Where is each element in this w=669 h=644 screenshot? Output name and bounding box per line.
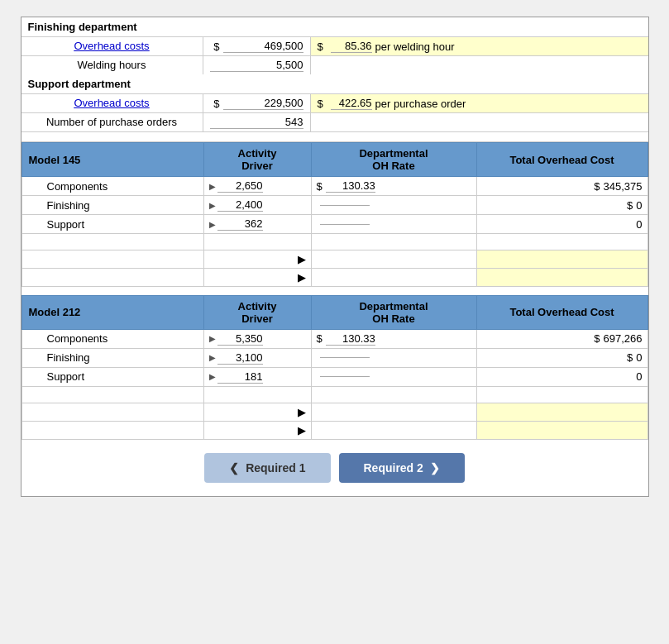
- model-212-col-oh: DepartmentalOH Rate: [311, 295, 476, 329]
- model-145-empty-1: [22, 234, 647, 250]
- purchase-orders-label: Number of purchase orders: [22, 113, 203, 131]
- model-145-finishing-total: $ 0: [476, 196, 647, 215]
- model-212-finishing-total: $ 0: [476, 348, 647, 367]
- model-212-table: Model 212 ActivityDriver DepartmentalOH …: [22, 295, 648, 440]
- model-145-header: Model 145 ActivityDriver DepartmentalOH …: [22, 143, 647, 177]
- model-145-empty-2: ▶: [22, 250, 647, 269]
- welding-hours-empty: [311, 56, 648, 74]
- support-overhead-row: Overhead costs $ 229,500 $ 422.65 per pu…: [22, 93, 648, 112]
- model-145-components-label: Components: [22, 177, 203, 196]
- finishing-dept-header: Finishing department: [22, 17, 648, 36]
- model-212-finishing-driver: ▶ 3,100: [203, 348, 311, 367]
- model-145-finishing-label: Finishing: [22, 196, 203, 215]
- model-212-finishing-row: Finishing ▶ 3,100: [22, 348, 647, 367]
- spacer-1: [22, 131, 648, 141]
- model-145-empty-3: ▶: [22, 269, 647, 287]
- support-dept-label: Support department: [28, 78, 131, 90]
- model-212-support-rate: [311, 367, 476, 386]
- model-212-support-label: Support: [22, 367, 203, 386]
- model-212-empty-3: ▶: [22, 421, 647, 439]
- model-145-spacer: [22, 287, 647, 295]
- model-212-support-driver: ▶ 181: [203, 367, 311, 386]
- model-145-table: Model 145 ActivityDriver DepartmentalOH …: [22, 142, 648, 295]
- model-145-finishing-driver: ▶ 2,400: [203, 196, 311, 215]
- model-212-components-row: Components ▶ 5,350 $ 130.33: [22, 329, 647, 348]
- next-button-label: Required 2: [364, 461, 423, 475]
- model-145-finishing-rate: [311, 196, 476, 215]
- purchase-orders-value: 543: [203, 113, 311, 131]
- model-212-components-rate: $ 130.33: [311, 329, 476, 348]
- model-145-support-rate: [311, 215, 476, 234]
- next-button[interactable]: Required 2 ❯: [339, 453, 465, 483]
- prev-button-label: Required 1: [246, 461, 305, 475]
- next-arrow-icon: ❯: [430, 461, 440, 475]
- model-145-components-driver: ▶ 2,650: [203, 177, 311, 196]
- model-212-finishing-rate: [311, 348, 476, 367]
- model-212-empty-2: ▶: [22, 403, 647, 421]
- finishing-overhead-label: Overhead costs: [22, 37, 203, 55]
- prev-button[interactable]: ❮ Required 1: [204, 453, 330, 483]
- support-overhead-label: Overhead costs: [22, 94, 203, 112]
- nav-buttons: ❮ Required 1 Required 2 ❯: [22, 440, 648, 496]
- purchase-orders-row: Number of purchase orders 543: [22, 112, 648, 131]
- finishing-overhead-value: $ 469,500: [203, 37, 311, 55]
- finishing-overhead-row: Overhead costs $ 469,500 $ 85.36 per wel…: [22, 36, 648, 55]
- model-145-col-activity: ActivityDriver: [203, 143, 311, 177]
- main-container: Finishing department Overhead costs $ 46…: [21, 17, 649, 497]
- model-145-title: Model 145: [22, 143, 203, 177]
- model-145-col-total: Total Overhead Cost: [476, 143, 647, 177]
- model-145-finishing-row: Finishing ▶ 2,400: [22, 196, 647, 215]
- model-212-components-driver: ▶ 5,350: [203, 329, 311, 348]
- model-145-support-row: Support ▶ 362: [22, 215, 647, 234]
- model-145-section: Model 145 ActivityDriver DepartmentalOH …: [22, 142, 648, 295]
- prev-arrow-icon: ❮: [229, 461, 239, 475]
- model-145-support-label: Support: [22, 215, 203, 234]
- model-212-components-total: $ 697,266: [476, 329, 647, 348]
- support-dept-header: Support department: [22, 74, 648, 93]
- model-145-support-total: 0: [476, 215, 647, 234]
- model-212-col-total: Total Overhead Cost: [476, 295, 647, 329]
- welding-hours-value: 5,500: [203, 56, 311, 74]
- finishing-overhead-rate: $ 85.36 per welding hour: [311, 37, 648, 55]
- support-overhead-value: $ 229,500: [203, 94, 311, 112]
- model-212-title: Model 212: [22, 295, 203, 329]
- model-145-components-row: Components ▶ 2,650 $ 130.33: [22, 177, 647, 196]
- model-145-components-total: $ 345,375: [476, 177, 647, 196]
- top-section: Finishing department Overhead costs $ 46…: [22, 17, 648, 142]
- model-212-support-row: Support ▶ 181: [22, 367, 647, 386]
- support-overhead-rate: $ 422.65 per purchase order: [311, 94, 648, 112]
- model-212-components-label: Components: [22, 329, 203, 348]
- model-145-components-rate: $ 130.33: [311, 177, 476, 196]
- model-145-support-driver: ▶ 362: [203, 215, 311, 234]
- model-212-header: Model 212 ActivityDriver DepartmentalOH …: [22, 295, 647, 329]
- welding-hours-label: Welding hours: [22, 56, 203, 74]
- model-212-col-activity: ActivityDriver: [203, 295, 311, 329]
- finishing-dept-label: Finishing department: [28, 21, 137, 33]
- welding-hours-row: Welding hours 5,500: [22, 55, 648, 74]
- model-212-empty-1: [22, 386, 647, 403]
- model-212-support-total: 0: [476, 367, 647, 386]
- purchase-orders-empty: [311, 113, 648, 131]
- model-145-col-oh: DepartmentalOH Rate: [311, 143, 476, 177]
- model-212-section: Model 212 ActivityDriver DepartmentalOH …: [22, 295, 648, 440]
- model-212-finishing-label: Finishing: [22, 348, 203, 367]
